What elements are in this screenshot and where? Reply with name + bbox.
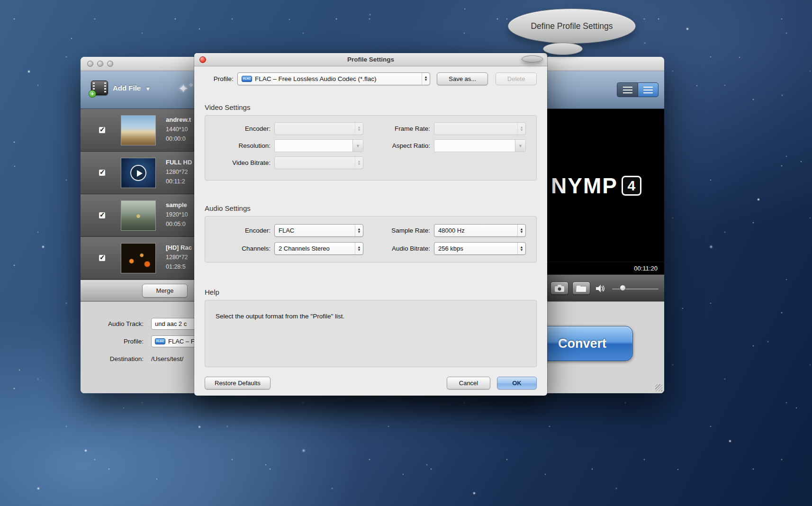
file-duration: 01:28:5 — [166, 262, 192, 271]
profile-label: Profile: — [205, 75, 234, 82]
volume-slider[interactable] — [612, 288, 659, 289]
resolution-label: Resolution: — [205, 142, 271, 149]
file-thumbnail — [121, 158, 156, 188]
audio-bitrate-select[interactable]: 256 kbps — [434, 242, 526, 255]
file-checkbox[interactable] — [99, 254, 106, 262]
up-down-arrows-icon — [422, 73, 430, 85]
file-name: sample — [166, 200, 188, 210]
minimize-button[interactable] — [97, 61, 103, 67]
zoom-button[interactable] — [107, 61, 113, 67]
folder-icon — [576, 285, 586, 292]
file-checkbox[interactable] — [99, 126, 106, 134]
audio-track-label: Audio Track: — [88, 320, 144, 327]
tooltip-text: Define Profile Settings — [531, 21, 613, 31]
view-toggle-group — [617, 82, 659, 97]
file-duration: 00:11:2 — [166, 177, 192, 186]
profile-label: Profile: — [88, 338, 144, 345]
volume-button[interactable] — [596, 285, 605, 294]
audio-bitrate-label: Audio Bitrate: — [369, 245, 430, 252]
list-icon — [623, 87, 632, 93]
file-thumbnail — [121, 115, 156, 145]
camera-icon — [555, 285, 564, 292]
audio-settings-group: Encoder: FLAC Sample Rate: 48000 Hz Chan… — [205, 216, 537, 262]
destination-label: Destination: — [88, 355, 144, 362]
resize-grip[interactable] — [655, 384, 662, 391]
grid-view-button[interactable] — [638, 82, 659, 97]
add-file-button[interactable]: + Add File — [91, 81, 149, 95]
open-folder-button[interactable] — [572, 281, 590, 295]
add-file-label: Add File — [113, 84, 141, 92]
merge-button[interactable]: Merge — [142, 284, 188, 298]
file-checkbox[interactable] — [99, 169, 106, 176]
speaker-icon — [596, 285, 605, 292]
save-as-button[interactable]: Save as... — [437, 72, 488, 85]
video-bitrate-label: Video Bitrate: — [205, 159, 271, 166]
file-resolution: 1280*72 — [166, 253, 192, 262]
chevron-down-icon — [145, 84, 149, 92]
anymp4-logo: NYMP 4 — [551, 173, 641, 199]
close-button[interactable] — [87, 61, 93, 67]
resolution-combo — [274, 139, 363, 152]
grid-icon — [643, 87, 653, 93]
destination-path: /Users/test/ — [151, 355, 183, 362]
up-down-arrows-icon — [355, 225, 363, 236]
channels-label: Channels: — [205, 245, 271, 252]
file-duration: 00:05:0 — [166, 219, 188, 229]
tooltip-trail-ellipse — [522, 55, 543, 63]
restore-defaults-button[interactable]: Restore Defaults — [205, 377, 271, 389]
chevron-down-icon — [352, 140, 363, 152]
video-encoder-select — [274, 122, 363, 135]
video-bitrate-select — [274, 156, 363, 169]
channels-select[interactable]: 2 Channels Stereo — [274, 242, 363, 255]
file-name: [HD] Rac — [166, 243, 192, 253]
help-heading: Help — [205, 288, 537, 296]
encoder-label: Encoder: — [205, 125, 271, 132]
profile-select[interactable]: FLAC FLAC – Free Lossless Audio Codec (*… — [237, 72, 430, 85]
cancel-button[interactable]: Cancel — [447, 377, 490, 389]
logo-4-badge: 4 — [622, 176, 641, 196]
filmstrip-plus-icon: + — [91, 81, 108, 95]
sample-rate-label: Sample Rate: — [369, 227, 430, 234]
dialog-title: Profile Settings — [347, 56, 394, 63]
file-name: andrew.t — [166, 115, 191, 125]
sample-rate-select[interactable]: 48000 Hz — [434, 224, 526, 237]
volume-slider-knob[interactable] — [620, 285, 626, 291]
file-duration: 00:00:0 — [166, 134, 191, 144]
flac-badge-icon: FLAC — [242, 76, 252, 82]
file-checkbox[interactable] — [99, 212, 106, 219]
dialog-titlebar[interactable]: Profile Settings — [194, 53, 547, 66]
flac-badge-icon: FLAC — [155, 338, 165, 344]
snapshot-button[interactable] — [550, 281, 568, 295]
chevron-down-icon — [515, 140, 525, 152]
magic-wand-icon[interactable] — [178, 81, 194, 96]
video-settings-heading: Video Settings — [205, 103, 537, 111]
frame-rate-select — [434, 122, 526, 135]
aspect-ratio-combo — [434, 139, 526, 152]
stars-layer — [0, 0, 1, 1]
video-settings-group: Encoder: Frame Rate: Resolution: Aspect … — [205, 115, 537, 181]
audio-settings-heading: Audio Settings — [205, 204, 537, 212]
playback-timestamp: 00:11:20 — [634, 265, 658, 272]
delete-button: Delete — [496, 72, 537, 85]
up-down-arrows-icon — [517, 225, 525, 236]
up-down-arrows-icon — [517, 243, 525, 254]
help-text: Select the output format from the "Profi… — [216, 313, 536, 320]
file-resolution: 1440*10 — [166, 125, 191, 134]
file-thumbnail — [121, 200, 156, 231]
ok-button[interactable]: OK — [497, 377, 537, 389]
encoder-label: Encoder: — [205, 227, 271, 234]
audio-encoder-select[interactable]: FLAC — [274, 224, 363, 237]
up-down-arrows-icon — [355, 123, 363, 135]
frame-rate-label: Frame Rate: — [369, 125, 430, 132]
up-down-arrows-icon — [355, 243, 363, 254]
up-down-arrows-icon — [517, 123, 525, 135]
aspect-ratio-label: Aspect Ratio: — [369, 142, 430, 149]
play-icon[interactable] — [130, 165, 146, 181]
file-name: FULL HD — [166, 158, 192, 167]
file-resolution: 1280*72 — [166, 167, 192, 177]
list-view-button[interactable] — [617, 82, 638, 97]
dialog-close-button[interactable] — [199, 56, 206, 63]
profile-settings-dialog: Profile Settings Profile: FLAC FLAC – Fr… — [194, 53, 547, 396]
help-box: Select the output format from the "Profi… — [205, 300, 537, 367]
file-resolution: 1920*10 — [166, 210, 188, 219]
